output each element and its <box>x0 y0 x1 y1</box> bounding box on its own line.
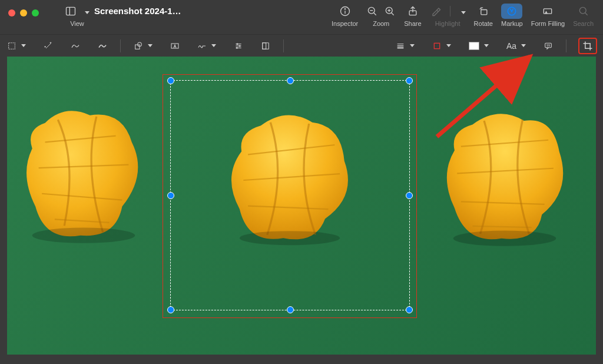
search-label: Search <box>573 20 594 27</box>
loupe-button[interactable] <box>260 38 271 54</box>
search-icon <box>578 5 589 17</box>
sidebar-icon <box>65 5 77 17</box>
zoom-in-icon[interactable] <box>384 5 396 17</box>
zoom-buttons[interactable]: Zoom <box>363 4 399 32</box>
text-box-icon <box>170 41 180 51</box>
svg-point-38 <box>32 228 135 243</box>
close-window-button[interactable] <box>8 9 15 16</box>
svg-point-40 <box>453 231 556 246</box>
svg-rect-15 <box>544 9 552 14</box>
svg-line-18 <box>585 13 587 15</box>
annotate-button[interactable]: 99 <box>542 38 554 54</box>
scribble-icon <box>71 41 80 51</box>
svg-line-20 <box>46 44 51 48</box>
image-canvas[interactable] <box>7 57 596 355</box>
share-label: Share <box>404 20 421 27</box>
scribble-thick-icon <box>98 41 107 51</box>
svg-rect-13 <box>481 10 487 15</box>
share-icon <box>407 5 419 17</box>
svg-text:99: 99 <box>546 43 550 47</box>
svg-rect-19 <box>9 42 15 49</box>
lines-icon <box>396 41 405 51</box>
selection-tool-dropdown[interactable] <box>6 38 27 54</box>
svg-rect-30 <box>263 42 269 49</box>
form-filling-button[interactable]: Form Filling <box>528 4 568 32</box>
svg-point-4 <box>344 9 345 9</box>
markup-label: Markup <box>501 20 523 27</box>
search-button[interactable]: Search <box>569 4 597 32</box>
svg-point-27 <box>237 43 238 44</box>
adjust-color-button[interactable] <box>233 38 244 54</box>
window-controls <box>8 9 39 16</box>
selection-icon <box>7 41 16 51</box>
border-color-dropdown[interactable] <box>431 38 452 54</box>
zoom-out-icon[interactable] <box>366 5 378 17</box>
loupe-icon <box>261 41 270 51</box>
svg-line-9 <box>392 13 394 15</box>
info-icon <box>339 5 351 17</box>
sketch-button[interactable] <box>97 38 108 54</box>
draw-button[interactable] <box>69 38 81 54</box>
fill-color-dropdown[interactable] <box>468 38 490 54</box>
highlight-icon <box>430 5 442 17</box>
highlight-button[interactable]: Highlight <box>426 4 469 32</box>
svg-rect-0 <box>67 7 75 15</box>
zoom-label: Zoom <box>373 20 389 27</box>
view-dropdown[interactable]: View <box>61 4 93 32</box>
highlight-label: Highlight <box>435 20 460 27</box>
text-style-dropdown[interactable]: Aa <box>505 38 527 54</box>
svg-point-39 <box>240 231 340 245</box>
svg-rect-31 <box>263 42 266 49</box>
fill-color-swatch <box>469 42 479 50</box>
instant-alpha-button[interactable] <box>42 38 54 54</box>
fullscreen-window-button[interactable] <box>32 9 39 16</box>
border-color-icon <box>432 41 442 51</box>
markup-toolbar: Aa 99 <box>0 34 603 57</box>
svg-point-29 <box>236 47 237 48</box>
wand-icon <box>44 41 53 51</box>
inspector-label: Inspector <box>332 20 358 27</box>
svg-rect-35 <box>434 43 439 48</box>
handle-tc[interactable] <box>287 77 294 84</box>
form-filling-label: Form Filling <box>531 20 565 27</box>
rotate-icon <box>478 5 489 17</box>
text-button[interactable] <box>169 38 181 54</box>
handle-mr[interactable] <box>406 192 413 199</box>
sliders-icon <box>234 41 243 51</box>
handle-tr[interactable] <box>406 77 413 84</box>
markup-icon <box>506 5 518 17</box>
sign-dropdown[interactable] <box>196 38 217 54</box>
view-label: View <box>70 20 84 27</box>
paper-ball-2 <box>225 110 354 251</box>
signature-icon <box>197 41 207 51</box>
inspector-button[interactable]: Inspector <box>328 4 362 32</box>
svg-line-6 <box>374 13 376 15</box>
main-toolbar: View Screenshot 2024-1… Inspector Zoom S… <box>0 0 603 34</box>
shapes-dropdown[interactable] <box>132 38 154 54</box>
handle-ml[interactable] <box>167 192 174 199</box>
border-style-dropdown[interactable] <box>395 38 416 54</box>
crop-button[interactable] <box>578 38 597 54</box>
shapes-icon <box>134 41 143 51</box>
handle-bl[interactable] <box>167 306 174 313</box>
minimize-window-button[interactable] <box>20 9 27 16</box>
window-title: Screenshot 2024-1… <box>94 6 181 16</box>
text-style-label: Aa <box>506 41 516 51</box>
handle-bc[interactable] <box>287 306 294 313</box>
svg-point-17 <box>579 7 586 14</box>
paper-ball-1 <box>19 104 148 245</box>
handle-br[interactable] <box>406 306 413 313</box>
speech-bubble-icon: 99 <box>544 41 553 51</box>
svg-rect-21 <box>135 45 140 49</box>
markup-button[interactable]: Markup <box>498 4 526 32</box>
rotate-button[interactable]: Rotate <box>471 4 496 32</box>
crop-icon <box>582 40 594 52</box>
form-icon <box>542 5 554 17</box>
paper-ball-3 <box>440 107 569 248</box>
handle-tl[interactable] <box>167 77 174 84</box>
svg-point-28 <box>239 45 240 47</box>
rotate-label: Rotate <box>474 20 493 27</box>
share-button[interactable]: Share <box>400 4 425 32</box>
